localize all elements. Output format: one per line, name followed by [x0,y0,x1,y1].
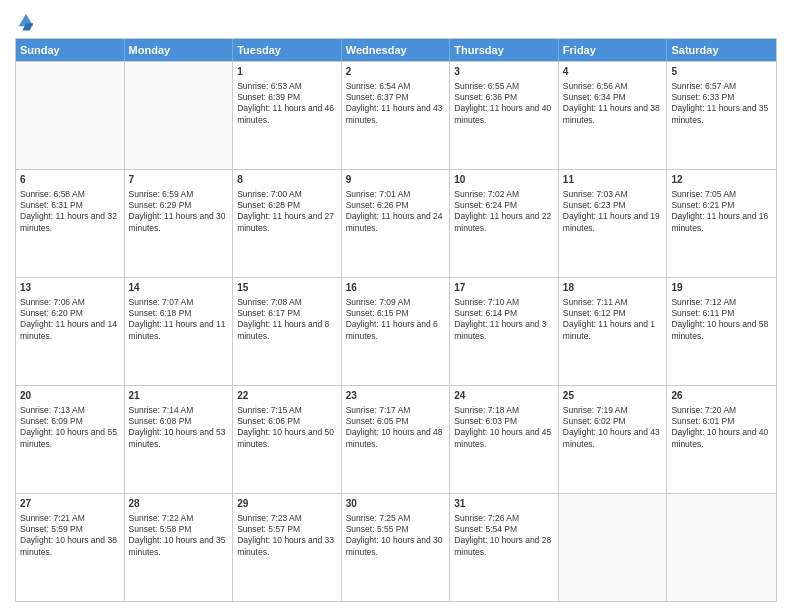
day-header-saturday: Saturday [667,39,776,61]
day-info: Sunrise: 7:08 AM Sunset: 6:17 PM Dayligh… [237,297,337,343]
cal-cell: 19Sunrise: 7:12 AM Sunset: 6:11 PM Dayli… [667,278,776,385]
cal-cell [559,494,668,601]
week-row-3: 13Sunrise: 7:06 AM Sunset: 6:20 PM Dayli… [16,277,776,385]
cal-cell: 21Sunrise: 7:14 AM Sunset: 6:08 PM Dayli… [125,386,234,493]
calendar-body: 1Sunrise: 6:53 AM Sunset: 6:39 PM Daylig… [16,61,776,601]
logo-icon [15,10,37,32]
cal-cell: 5Sunrise: 6:57 AM Sunset: 6:33 PM Daylig… [667,62,776,169]
day-header-thursday: Thursday [450,39,559,61]
cal-cell: 13Sunrise: 7:06 AM Sunset: 6:20 PM Dayli… [16,278,125,385]
day-header-tuesday: Tuesday [233,39,342,61]
day-number: 12 [671,173,772,187]
day-info: Sunrise: 7:14 AM Sunset: 6:08 PM Dayligh… [129,405,229,451]
week-row-5: 27Sunrise: 7:21 AM Sunset: 5:59 PM Dayli… [16,493,776,601]
day-info: Sunrise: 7:06 AM Sunset: 6:20 PM Dayligh… [20,297,120,343]
day-info: Sunrise: 7:12 AM Sunset: 6:11 PM Dayligh… [671,297,772,343]
day-number: 31 [454,497,554,511]
day-number: 19 [671,281,772,295]
cal-cell: 12Sunrise: 7:05 AM Sunset: 6:21 PM Dayli… [667,170,776,277]
day-info: Sunrise: 7:13 AM Sunset: 6:09 PM Dayligh… [20,405,120,451]
logo [15,10,41,32]
cal-cell: 4Sunrise: 6:56 AM Sunset: 6:34 PM Daylig… [559,62,668,169]
day-number: 23 [346,389,446,403]
day-header-monday: Monday [125,39,234,61]
day-number: 11 [563,173,663,187]
cal-cell: 11Sunrise: 7:03 AM Sunset: 6:23 PM Dayli… [559,170,668,277]
day-info: Sunrise: 7:09 AM Sunset: 6:15 PM Dayligh… [346,297,446,343]
day-info: Sunrise: 7:05 AM Sunset: 6:21 PM Dayligh… [671,189,772,235]
cal-cell: 6Sunrise: 6:58 AM Sunset: 6:31 PM Daylig… [16,170,125,277]
day-number: 14 [129,281,229,295]
day-info: Sunrise: 7:25 AM Sunset: 5:55 PM Dayligh… [346,513,446,559]
cal-cell: 30Sunrise: 7:25 AM Sunset: 5:55 PM Dayli… [342,494,451,601]
day-number: 5 [671,65,772,79]
day-info: Sunrise: 7:15 AM Sunset: 6:06 PM Dayligh… [237,405,337,451]
day-info: Sunrise: 7:17 AM Sunset: 6:05 PM Dayligh… [346,405,446,451]
day-info: Sunrise: 6:58 AM Sunset: 6:31 PM Dayligh… [20,189,120,235]
day-info: Sunrise: 6:55 AM Sunset: 6:36 PM Dayligh… [454,81,554,127]
day-number: 30 [346,497,446,511]
week-row-2: 6Sunrise: 6:58 AM Sunset: 6:31 PM Daylig… [16,169,776,277]
day-header-wednesday: Wednesday [342,39,451,61]
day-info: Sunrise: 6:53 AM Sunset: 6:39 PM Dayligh… [237,81,337,127]
header [15,10,777,32]
day-header-sunday: Sunday [16,39,125,61]
day-info: Sunrise: 7:19 AM Sunset: 6:02 PM Dayligh… [563,405,663,451]
day-info: Sunrise: 7:00 AM Sunset: 6:28 PM Dayligh… [237,189,337,235]
day-info: Sunrise: 7:23 AM Sunset: 5:57 PM Dayligh… [237,513,337,559]
day-info: Sunrise: 6:59 AM Sunset: 6:29 PM Dayligh… [129,189,229,235]
cal-cell: 10Sunrise: 7:02 AM Sunset: 6:24 PM Dayli… [450,170,559,277]
cal-cell: 31Sunrise: 7:26 AM Sunset: 5:54 PM Dayli… [450,494,559,601]
day-number: 13 [20,281,120,295]
day-info: Sunrise: 7:11 AM Sunset: 6:12 PM Dayligh… [563,297,663,343]
day-number: 20 [20,389,120,403]
cal-cell: 20Sunrise: 7:13 AM Sunset: 6:09 PM Dayli… [16,386,125,493]
day-number: 17 [454,281,554,295]
day-number: 29 [237,497,337,511]
day-number: 15 [237,281,337,295]
day-number: 25 [563,389,663,403]
day-number: 16 [346,281,446,295]
day-info: Sunrise: 6:57 AM Sunset: 6:33 PM Dayligh… [671,81,772,127]
day-number: 21 [129,389,229,403]
day-number: 6 [20,173,120,187]
cal-cell: 15Sunrise: 7:08 AM Sunset: 6:17 PM Dayli… [233,278,342,385]
week-row-4: 20Sunrise: 7:13 AM Sunset: 6:09 PM Dayli… [16,385,776,493]
day-number: 1 [237,65,337,79]
day-info: Sunrise: 7:07 AM Sunset: 6:18 PM Dayligh… [129,297,229,343]
day-info: Sunrise: 7:21 AM Sunset: 5:59 PM Dayligh… [20,513,120,559]
calendar: SundayMondayTuesdayWednesdayThursdayFrid… [15,38,777,602]
day-number: 10 [454,173,554,187]
cal-cell: 3Sunrise: 6:55 AM Sunset: 6:36 PM Daylig… [450,62,559,169]
page: SundayMondayTuesdayWednesdayThursdayFrid… [0,0,792,612]
day-number: 3 [454,65,554,79]
cal-cell: 29Sunrise: 7:23 AM Sunset: 5:57 PM Dayli… [233,494,342,601]
calendar-header-row: SundayMondayTuesdayWednesdayThursdayFrid… [16,39,776,61]
cal-cell: 9Sunrise: 7:01 AM Sunset: 6:26 PM Daylig… [342,170,451,277]
day-number: 24 [454,389,554,403]
week-row-1: 1Sunrise: 6:53 AM Sunset: 6:39 PM Daylig… [16,61,776,169]
day-info: Sunrise: 7:18 AM Sunset: 6:03 PM Dayligh… [454,405,554,451]
cal-cell: 8Sunrise: 7:00 AM Sunset: 6:28 PM Daylig… [233,170,342,277]
cal-cell: 14Sunrise: 7:07 AM Sunset: 6:18 PM Dayli… [125,278,234,385]
cal-cell: 2Sunrise: 6:54 AM Sunset: 6:37 PM Daylig… [342,62,451,169]
day-number: 27 [20,497,120,511]
cal-cell [16,62,125,169]
cal-cell: 16Sunrise: 7:09 AM Sunset: 6:15 PM Dayli… [342,278,451,385]
cal-cell: 22Sunrise: 7:15 AM Sunset: 6:06 PM Dayli… [233,386,342,493]
cal-cell: 28Sunrise: 7:22 AM Sunset: 5:58 PM Dayli… [125,494,234,601]
cal-cell: 18Sunrise: 7:11 AM Sunset: 6:12 PM Dayli… [559,278,668,385]
day-info: Sunrise: 7:20 AM Sunset: 6:01 PM Dayligh… [671,405,772,451]
day-info: Sunrise: 7:01 AM Sunset: 6:26 PM Dayligh… [346,189,446,235]
cal-cell: 27Sunrise: 7:21 AM Sunset: 5:59 PM Dayli… [16,494,125,601]
day-number: 22 [237,389,337,403]
day-number: 7 [129,173,229,187]
day-header-friday: Friday [559,39,668,61]
cal-cell [667,494,776,601]
cal-cell: 7Sunrise: 6:59 AM Sunset: 6:29 PM Daylig… [125,170,234,277]
day-number: 18 [563,281,663,295]
cal-cell: 26Sunrise: 7:20 AM Sunset: 6:01 PM Dayli… [667,386,776,493]
day-info: Sunrise: 7:03 AM Sunset: 6:23 PM Dayligh… [563,189,663,235]
day-number: 4 [563,65,663,79]
cal-cell: 25Sunrise: 7:19 AM Sunset: 6:02 PM Dayli… [559,386,668,493]
